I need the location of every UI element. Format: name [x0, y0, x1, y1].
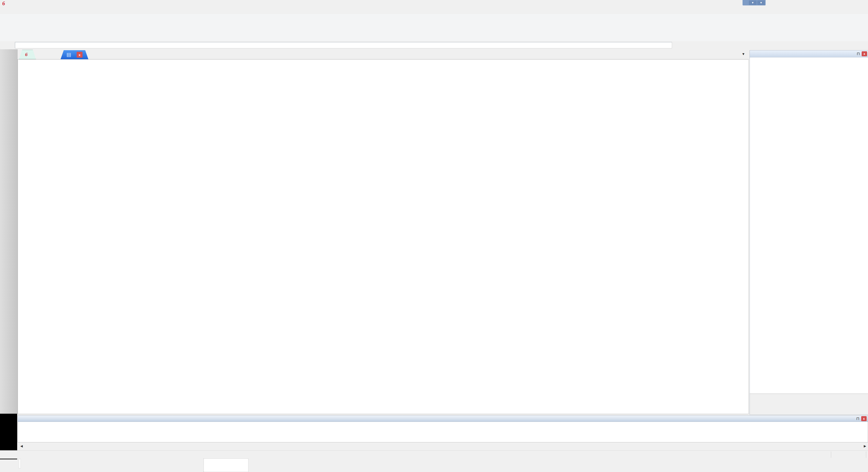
- sketch-toolbar: [0, 28, 868, 41]
- title-bar: 6 ▼ ▼: [0, 0, 868, 7]
- tab-startseite[interactable]: 6: [19, 50, 36, 59]
- alphazone-panel: ⊓ x ◀ ▶: [18, 415, 868, 450]
- close-button[interactable]: [852, 0, 866, 7]
- prompt-row: [0, 41, 868, 49]
- textbaustein-cockpit-widget[interactable]: ▼ ▼: [743, 0, 766, 5]
- minimize-button[interactable]: [825, 0, 839, 7]
- topsolid-logo-icon: 6: [2, 0, 5, 6]
- tab-overflow-dropdown-icon[interactable]: ▼: [742, 52, 745, 56]
- menu-bar: [0, 7, 868, 14]
- topsolid-logo-icon: 6: [25, 52, 28, 57]
- restore-button[interactable]: [839, 0, 852, 7]
- prompt-input[interactable]: [15, 42, 672, 49]
- tab-document[interactable]: ▤ x: [61, 50, 88, 59]
- alphazone-header: ⊓ x: [18, 415, 868, 422]
- alphazone-tabs: ◀ ▶: [18, 442, 868, 450]
- panel-header: ⊓ x: [750, 51, 868, 57]
- tabs-scroll-left-icon[interactable]: ◀: [20, 444, 23, 448]
- 3d-viewport[interactable]: [18, 59, 749, 414]
- config-statusbar-panel: ⊓ x: [749, 50, 868, 415]
- status-bar: [0, 450, 868, 459]
- layer-tabs: [19, 459, 21, 468]
- mode-rail: [0, 49, 18, 414]
- line-style-palette: [204, 459, 248, 472]
- panel-close-icon[interactable]: x: [862, 51, 867, 56]
- help-box: [750, 394, 868, 415]
- document-icon: ▤: [66, 52, 71, 58]
- alphazone-close-icon[interactable]: x: [861, 416, 867, 421]
- status-cs: [831, 451, 866, 458]
- tab-close-icon[interactable]: x: [76, 52, 83, 58]
- main-toolbar: [0, 14, 868, 28]
- tabs-scroll-right-icon[interactable]: ▶: [864, 444, 866, 448]
- document-tab-bar: 6 ▤ x ▼: [18, 49, 748, 59]
- alphazone-content[interactable]: [18, 422, 868, 442]
- cockpit-dropdown-1-icon[interactable]: ▼: [749, 0, 756, 5]
- pin-icon[interactable]: ⊓: [855, 416, 861, 421]
- cockpit-dropdown-2-icon[interactable]: ▼: [757, 0, 765, 5]
- pin-icon[interactable]: ⊓: [855, 51, 861, 56]
